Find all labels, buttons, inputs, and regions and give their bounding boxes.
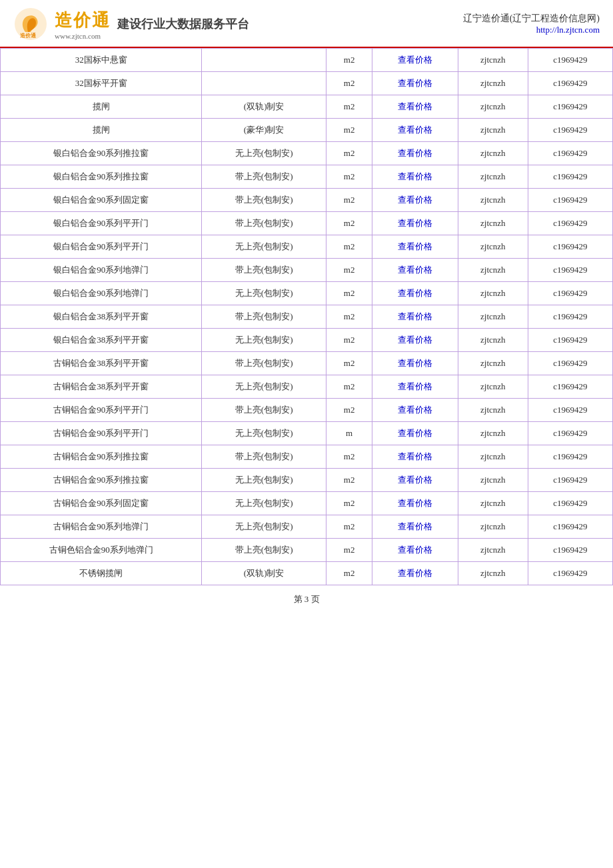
row-unit: m2 [326,189,372,212]
row-unit: m2 [326,49,372,72]
row-user: zjtcnzh [458,515,528,539]
row-unit: m2 [326,212,372,235]
row-name: 古铜铝合金90系列推拉窗 [1,469,202,492]
row-spec: 无上亮(包制安) [202,492,326,515]
row-link[interactable]: 查看价格 [372,72,458,95]
row-spec: 带上亮(包制安) [202,539,326,562]
row-name: 古铜铝合金90系列推拉窗 [1,445,202,469]
row-name: 古铜铝合金90系列平开门 [1,399,202,422]
svg-text:造价通: 造价通 [20,32,37,39]
site-url-link[interactable]: http://ln.zjtcn.com [536,25,600,35]
site-info: 辽宁造价通(辽宁工程造价信息网) http://ln.zjtcn.com [463,13,600,35]
row-link[interactable]: 查看价格 [372,142,458,165]
logo-text-area: 造价通 www.zjtcn.com [55,9,111,40]
table-row: 32国标中悬窗m2查看价格zjtcnzhc1969429 [1,49,613,72]
row-link[interactable]: 查看价格 [372,399,458,422]
row-link[interactable]: 查看价格 [372,95,458,119]
table-row: 古铜铝合金38系列平开窗无上亮(包制安)m2查看价格zjtcnzhc196942… [1,375,613,399]
row-unit: m2 [326,72,372,95]
row-spec: (豪华)制安 [202,119,326,142]
table-row: 银白铝合金90系列推拉窗无上亮(包制安)m2查看价格zjtcnzhc196942… [1,142,613,165]
row-name: 不锈钢揽闸 [1,562,202,585]
row-link[interactable]: 查看价格 [372,235,458,259]
row-link[interactable]: 查看价格 [372,282,458,305]
row-spec: 带上亮(包制安) [202,165,326,189]
table-row: 不锈钢揽闸(双轨)制安m2查看价格zjtcnzhc1969429 [1,562,613,585]
row-link[interactable]: 查看价格 [372,352,458,375]
row-link[interactable]: 查看价格 [372,329,458,352]
row-code: c1969429 [528,352,612,375]
logo-combined: 造价通 造价通 www.zjtcn.com 建设行业大数据服务平台 [13,7,249,41]
row-code: c1969429 [528,259,612,282]
row-name: 银白铝合金90系列固定窗 [1,189,202,212]
row-code: c1969429 [528,142,612,165]
table-row: 古铜铝合金90系列推拉窗无上亮(包制安)m2查看价格zjtcnzhc196942… [1,469,613,492]
row-unit: m2 [326,235,372,259]
row-user: zjtcnzh [458,212,528,235]
row-user: zjtcnzh [458,72,528,95]
row-user: zjtcnzh [458,119,528,142]
row-name: 银白铝合金90系列平开门 [1,212,202,235]
table-row: 古铜铝合金90系列平开门带上亮(包制安)m2查看价格zjtcnzhc196942… [1,399,613,422]
row-spec: 无上亮(包制安) [202,282,326,305]
row-link[interactable]: 查看价格 [372,305,458,329]
row-spec: (双轨)制安 [202,562,326,585]
row-code: c1969429 [528,422,612,445]
row-user: zjtcnzh [458,142,528,165]
row-user: zjtcnzh [458,282,528,305]
row-spec: 无上亮(包制安) [202,422,326,445]
table-row: 古铜色铝合金90系列地弹门带上亮(包制安)m2查看价格zjtcnzhc19694… [1,539,613,562]
row-link[interactable]: 查看价格 [372,189,458,212]
row-unit: m [326,422,372,445]
logo-main-text: 造价通 [55,9,111,32]
row-unit: m2 [326,282,372,305]
table-row: 银白铝合金90系列固定窗带上亮(包制安)m2查看价格zjtcnzhc196942… [1,189,613,212]
row-spec: 带上亮(包制安) [202,212,326,235]
row-code: c1969429 [528,49,612,72]
row-link[interactable]: 查看价格 [372,165,458,189]
row-link[interactable]: 查看价格 [372,259,458,282]
row-unit: m2 [326,95,372,119]
row-name: 古铜铝合金38系列平开窗 [1,375,202,399]
row-link[interactable]: 查看价格 [372,469,458,492]
row-name: 银白铝合金90系列平开门 [1,235,202,259]
row-link[interactable]: 查看价格 [372,212,458,235]
row-spec: 带上亮(包制安) [202,445,326,469]
row-name: 银白铝合金90系列推拉窗 [1,165,202,189]
row-link[interactable]: 查看价格 [372,492,458,515]
row-spec: 带上亮(包制安) [202,305,326,329]
row-link[interactable]: 查看价格 [372,539,458,562]
row-user: zjtcnzh [458,469,528,492]
row-unit: m2 [326,469,372,492]
row-name: 银白铝合金90系列地弹门 [1,282,202,305]
row-link[interactable]: 查看价格 [372,422,458,445]
row-link[interactable]: 查看价格 [372,445,458,469]
table-row: 揽闸(豪华)制安m2查看价格zjtcnzhc1969429 [1,119,613,142]
row-code: c1969429 [528,375,612,399]
row-spec: (双轨)制安 [202,95,326,119]
row-user: zjtcnzh [458,235,528,259]
row-code: c1969429 [528,469,612,492]
row-link[interactable]: 查看价格 [372,375,458,399]
row-unit: m2 [326,445,372,469]
row-name: 古铜铝合金90系列平开门 [1,422,202,445]
row-spec: 无上亮(包制安) [202,469,326,492]
row-code: c1969429 [528,305,612,329]
table-row: 古铜铝合金90系列固定窗无上亮(包制安)m2查看价格zjtcnzhc196942… [1,492,613,515]
row-link[interactable]: 查看价格 [372,49,458,72]
row-link[interactable]: 查看价格 [372,515,458,539]
row-unit: m2 [326,352,372,375]
row-link[interactable]: 查看价格 [372,562,458,585]
row-user: zjtcnzh [458,422,528,445]
row-unit: m2 [326,539,372,562]
row-user: zjtcnzh [458,49,528,72]
row-link[interactable]: 查看价格 [372,119,458,142]
page-number: 第 3 页 [294,594,320,604]
row-user: zjtcnzh [458,399,528,422]
table-row: 银白铝合金90系列推拉窗带上亮(包制安)m2查看价格zjtcnzhc196942… [1,165,613,189]
row-code: c1969429 [528,562,612,585]
row-user: zjtcnzh [458,539,528,562]
row-spec: 无上亮(包制安) [202,329,326,352]
row-spec: 带上亮(包制安) [202,259,326,282]
row-unit: m2 [326,399,372,422]
